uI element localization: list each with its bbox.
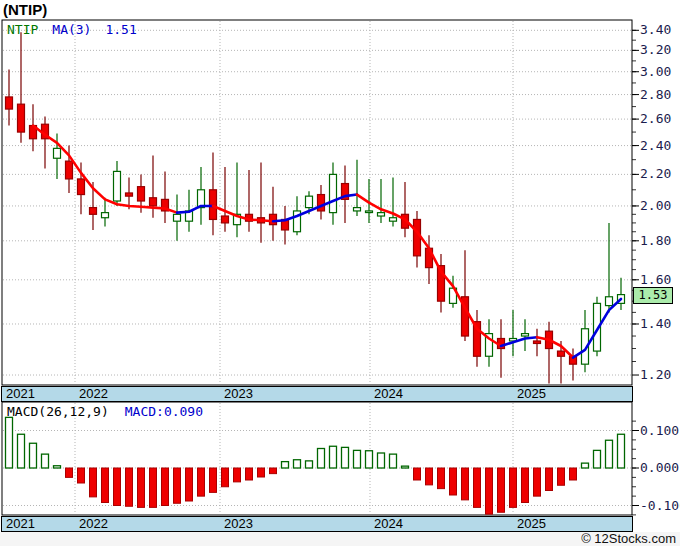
macd-legend: MACD(26,12,9) MACD:0.090 (7, 404, 203, 419)
macd-axis-label: -0.100 (640, 499, 680, 513)
stock-chart-page: (NTIP) NTIP MA(3) 1.51 MACD(26,12,9) MAC… (0, 0, 680, 546)
price-axis-label: 1.80 (640, 234, 671, 248)
price-axis-label: 3.40 (640, 23, 671, 37)
price-axis-label: 2.20 (640, 167, 671, 181)
price-axis-label: 1.40 (640, 317, 671, 331)
year-band-top: 20212022202320242025 (1, 386, 633, 402)
year-label: 2022 (79, 517, 108, 531)
chart-legend: NTIP MA(3) 1.51 (7, 22, 137, 37)
candlestick-macd-chart (0, 0, 680, 546)
macd-axis-label: 0.100 (640, 424, 679, 438)
legend-symbol: NTIP (7, 22, 38, 37)
price-axis-label: 2.60 (640, 112, 671, 126)
price-axis-label: 1.20 (640, 368, 671, 382)
price-axis-label: 2.40 (640, 139, 671, 153)
price-axis-label: 2.80 (640, 88, 671, 102)
price-axis-label: 2.00 (640, 199, 671, 213)
legend-ma-label: MA(3) (52, 22, 91, 37)
macd-label: MACD(26,12,9) (7, 404, 109, 419)
macd-value: MACD:0.090 (125, 404, 203, 419)
year-band-bottom: 20212022202320242025 (1, 516, 633, 532)
macd-axis-label: 0.000 (640, 461, 679, 475)
year-label: 2024 (374, 517, 403, 531)
year-label: 2021 (6, 517, 35, 531)
legend-ma-value: 1.51 (105, 22, 136, 37)
year-label: 2024 (374, 387, 403, 401)
last-price-badge: 1.53 (633, 287, 673, 304)
year-label: 2025 (517, 517, 546, 531)
year-label: 2021 (6, 387, 35, 401)
price-axis-label: 3.20 (640, 43, 671, 57)
year-label: 2023 (224, 517, 253, 531)
year-label: 2022 (79, 387, 108, 401)
year-label: 2023 (224, 387, 253, 401)
price-axis-label: 1.60 (640, 273, 671, 287)
copyright: © 12Stocks.com (581, 531, 676, 546)
price-axis-label: 3.00 (640, 65, 671, 79)
year-label: 2025 (517, 387, 546, 401)
page-title: (NTIP) (3, 1, 47, 18)
